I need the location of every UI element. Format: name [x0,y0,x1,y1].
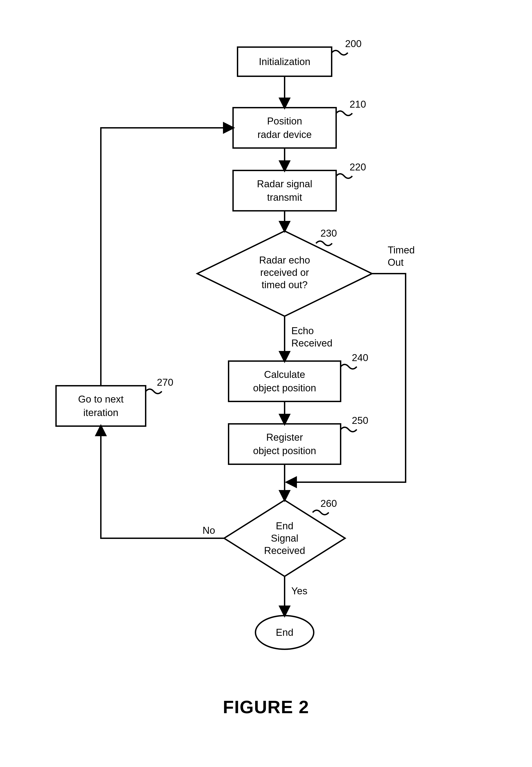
ref-220: 220 [350,161,366,172]
node-initialization: Initialization [238,47,332,76]
node-next-iteration-line1: Go to next [78,394,123,405]
node-end-decision: End Signal Received [224,500,345,577]
node-radar-transmit-line1: Radar signal [257,178,312,189]
label-timed-out-line2: Out [388,257,404,268]
node-radar-transmit-line2: transmit [267,192,302,203]
node-end-decision-line2: Signal [271,533,298,543]
node-radar-transmit: Radar signal transmit [233,170,336,211]
node-echo-decision-line3: timed out? [262,279,307,290]
node-echo-decision-line2: received or [260,267,309,278]
edge-enddecision-no [101,426,224,538]
node-register-position-line1: Register [266,432,303,443]
label-no: No [203,525,215,536]
label-echo-received-line1: Echo [291,325,314,336]
svg-rect-5 [229,424,341,464]
node-echo-decision-line1: Radar echo [259,255,310,266]
node-position-radar-line2: radar device [257,129,312,140]
label-echo-received-line2: Received [291,338,332,349]
node-end: End [255,616,314,649]
svg-rect-2 [233,170,336,211]
label-timed-out-line1: Timed [388,245,415,256]
ref-260: 260 [320,498,337,509]
node-initialization-line1: Initialization [259,56,310,67]
node-calculate-position: Calculate object position [229,361,341,401]
ref-240: 240 [352,352,368,363]
figure-title: FIGURE 2 [223,697,309,717]
ref-250: 250 [352,415,368,426]
ref-230: 230 [320,228,337,239]
svg-rect-7 [56,386,146,426]
node-position-radar-line1: Position [267,115,302,126]
label-yes: Yes [291,586,307,596]
node-calculate-position-line1: Calculate [264,369,305,380]
ref-210: 210 [350,99,366,110]
ref-200: 200 [345,38,361,49]
svg-rect-1 [233,108,336,148]
node-next-iteration: Go to next iteration [56,386,146,426]
node-register-position-line2: object position [253,445,316,456]
node-end-label: End [276,627,293,638]
ref-270: 270 [157,377,173,388]
edge-next-to-position [101,128,233,386]
node-register-position: Register object position [229,424,341,464]
node-echo-decision: Radar echo received or timed out? [197,231,372,316]
node-position-radar: Position radar device [233,108,336,148]
node-next-iteration-line2: iteration [83,407,119,418]
node-end-decision-line1: End [276,520,293,531]
node-end-decision-line3: Received [264,545,305,556]
node-calculate-position-line2: object position [253,382,316,393]
svg-rect-4 [229,361,341,401]
